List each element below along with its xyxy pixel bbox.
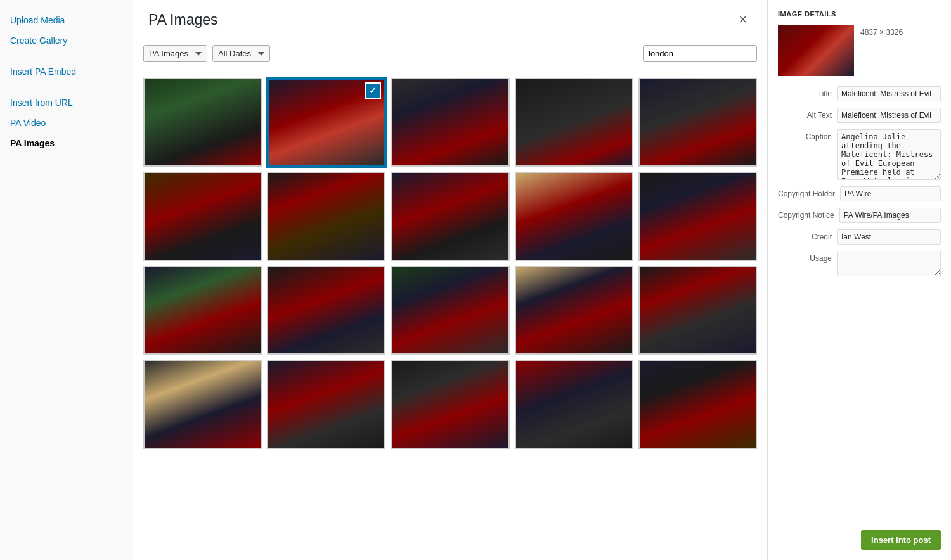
credit-field-row: Credit — [778, 229, 941, 245]
grid-item[interactable] — [143, 78, 262, 167]
copyright-holder-field-row: Copyright Holder — [778, 186, 941, 201]
grid-item[interactable] — [391, 266, 509, 355]
footer-area: Insert into post — [778, 530, 941, 550]
sidebar-item-upload-media[interactable]: Upload Media — [0, 10, 133, 30]
copyright-holder-label: Copyright Holder — [778, 186, 835, 198]
image-thumbnail — [516, 267, 632, 353]
alt-text-label: Alt Text — [778, 108, 832, 120]
grid-item-selected[interactable]: ✓ — [267, 78, 385, 167]
sidebar-divider-1 — [0, 56, 133, 56]
usage-field-row: Usage — [778, 251, 941, 276]
modal-title: PA Images — [148, 11, 218, 29]
title-label: Title — [778, 86, 832, 98]
source-select[interactable]: PA Images — [143, 45, 207, 62]
image-thumbnail — [640, 79, 756, 165]
grid-item[interactable] — [638, 172, 757, 260]
image-thumbnail — [516, 79, 632, 165]
grid-item[interactable] — [267, 266, 385, 355]
image-thumbnail — [268, 361, 384, 447]
alt-text-field-row: Alt Text — [778, 108, 941, 123]
copyright-notice-label: Copyright Notice — [778, 208, 834, 220]
alt-text-input[interactable] — [837, 108, 941, 123]
title-input[interactable] — [837, 86, 941, 101]
image-thumbnail — [640, 173, 756, 259]
image-grid: ✓ — [143, 78, 757, 449]
main-content: PA Images × PA Images All Dates ✓ — [133, 0, 767, 560]
image-thumbnail — [516, 173, 632, 259]
image-thumbnail — [145, 173, 261, 259]
detail-thumbnail-inner — [778, 25, 854, 76]
image-dimensions: 4837 × 3326 — [860, 28, 903, 37]
grid-item[interactable] — [638, 78, 757, 167]
image-thumbnail — [145, 79, 261, 165]
toolbar: PA Images All Dates — [133, 37, 767, 70]
date-select[interactable]: All Dates — [212, 45, 270, 62]
image-thumbnail — [268, 173, 384, 259]
grid-item[interactable] — [391, 360, 509, 449]
caption-textarea[interactable]: Angelina Jolie attending the Maleficent:… — [837, 129, 941, 180]
grid-item[interactable] — [267, 172, 385, 260]
thumbnail-area: 4837 × 3326 — [778, 25, 941, 76]
close-button[interactable]: × — [734, 10, 752, 29]
detail-thumbnail — [778, 25, 854, 76]
grid-item[interactable] — [391, 78, 509, 167]
grid-item[interactable] — [391, 172, 509, 260]
grid-item[interactable] — [515, 78, 633, 167]
grid-item[interactable] — [515, 360, 633, 449]
image-thumbnail — [640, 361, 756, 447]
grid-item[interactable] — [638, 266, 757, 355]
title-field-row: Title — [778, 86, 941, 101]
details-panel: IMAGE DETAILS 4837 × 3326 Title Alt Text… — [767, 0, 951, 560]
image-thumbnail — [516, 361, 632, 447]
grid-item[interactable] — [143, 172, 262, 260]
image-thumbnail — [392, 79, 508, 165]
copyright-notice-input[interactable] — [839, 208, 941, 223]
caption-label: Caption — [778, 129, 832, 141]
sidebar-item-insert-pa-embed[interactable]: Insert PA Embed — [0, 61, 133, 82]
image-thumbnail — [392, 173, 508, 259]
sidebar: Upload Media Create Gallery Insert PA Em… — [0, 0, 133, 560]
image-thumbnail — [145, 267, 261, 353]
copyright-notice-field-row: Copyright Notice — [778, 208, 941, 223]
usage-textarea[interactable] — [837, 251, 941, 276]
usage-label: Usage — [778, 251, 832, 263]
modal-header: PA Images × — [133, 0, 767, 37]
sidebar-divider-2 — [0, 87, 133, 87]
sidebar-item-create-gallery[interactable]: Create Gallery — [0, 30, 133, 51]
grid-item[interactable] — [143, 360, 262, 449]
caption-field-row: Caption Angelina Jolie attending the Mal… — [778, 129, 941, 180]
image-thumbnail — [268, 267, 384, 353]
image-thumbnail — [392, 361, 508, 447]
image-details-title: IMAGE DETAILS — [778, 10, 941, 18]
sidebar-item-pa-video[interactable]: PA Video — [0, 113, 133, 133]
sidebar-item-insert-from-url[interactable]: Insert from URL — [0, 92, 133, 113]
copyright-holder-input[interactable] — [840, 186, 941, 201]
search-input[interactable] — [643, 45, 757, 62]
grid-item[interactable] — [638, 360, 757, 449]
grid-item[interactable] — [267, 360, 385, 449]
insert-into-post-button[interactable]: Insert into post — [861, 530, 941, 550]
sidebar-item-pa-images[interactable]: PA Images — [0, 133, 133, 153]
selected-checkmark: ✓ — [365, 82, 381, 99]
grid-item[interactable] — [515, 172, 633, 260]
image-thumbnail — [392, 267, 508, 353]
image-grid-area: ✓ — [133, 70, 767, 560]
image-thumbnail — [640, 267, 756, 353]
image-thumbnail — [145, 361, 261, 447]
grid-item[interactable] — [143, 266, 262, 355]
grid-item[interactable] — [515, 266, 633, 355]
credit-input[interactable] — [837, 229, 941, 245]
credit-label: Credit — [778, 229, 832, 241]
